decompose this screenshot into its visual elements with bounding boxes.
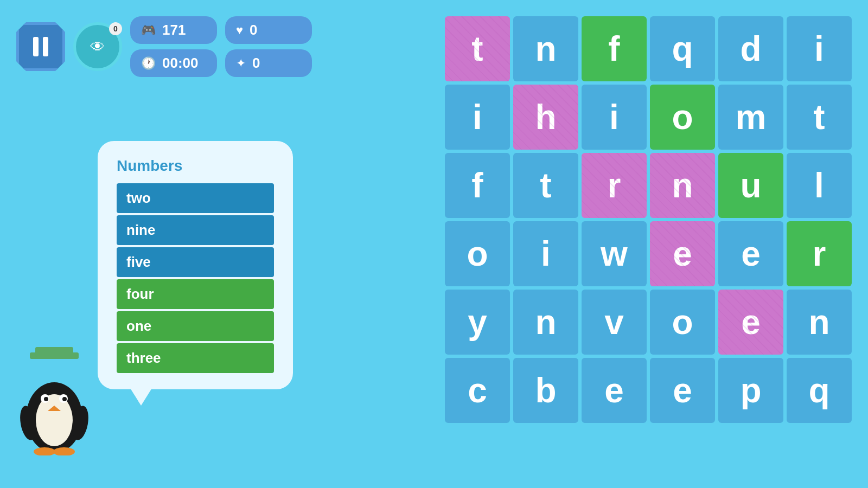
hearts-pill: ♥ 0 xyxy=(225,16,312,44)
grid-cell-25[interactable]: n xyxy=(513,290,578,355)
grid-cell-15[interactable]: n xyxy=(650,153,715,218)
penguin-character xyxy=(16,347,92,455)
grid-cell-30[interactable]: c xyxy=(445,358,510,423)
grid-cell-23[interactable]: r xyxy=(787,221,852,286)
grid-cell-3[interactable]: q xyxy=(650,16,715,81)
grid-cell-32[interactable]: e xyxy=(582,358,647,423)
grid-cell-34[interactable]: p xyxy=(718,358,783,423)
word-panel: Numbers twoninefivefouronethree xyxy=(98,141,293,389)
grid-cell-7[interactable]: h xyxy=(513,85,578,150)
grid-cell-18[interactable]: o xyxy=(445,221,510,286)
timer-icon: 🕐 xyxy=(141,56,156,70)
grid-cell-13[interactable]: t xyxy=(513,153,578,218)
grid-cell-17[interactable]: l xyxy=(787,153,852,218)
word-item-four[interactable]: four xyxy=(117,279,274,309)
grid-cell-33[interactable]: e xyxy=(650,358,715,423)
word-item-nine[interactable]: nine xyxy=(117,215,274,245)
hearts-value: 0 xyxy=(250,22,257,38)
stats-group: 🎮 171 🕐 00:00 xyxy=(130,16,217,77)
grid-cell-16[interactable]: u xyxy=(718,153,783,218)
eye-icon: 👁 xyxy=(90,38,105,56)
svg-point-3 xyxy=(36,394,73,446)
timer-pill: 🕐 00:00 xyxy=(130,49,217,77)
top-bar: 👁 0 🎮 171 🕐 00:00 ♥ 0 ✦ 0 xyxy=(16,16,312,77)
grid-cell-22[interactable]: e xyxy=(718,221,783,286)
eye-badge: 0 xyxy=(109,22,122,35)
score-value: 171 xyxy=(162,22,186,38)
grid-cell-12[interactable]: f xyxy=(445,153,510,218)
heart-icon: ♥ xyxy=(236,23,243,37)
grid-cell-26[interactable]: v xyxy=(582,290,647,355)
grid-cell-10[interactable]: m xyxy=(718,85,783,150)
svg-point-6 xyxy=(44,397,48,401)
grid-cell-20[interactable]: w xyxy=(582,221,647,286)
word-item-five[interactable]: five xyxy=(117,247,274,277)
panel-title: Numbers xyxy=(117,157,274,175)
pause-button[interactable] xyxy=(16,22,65,71)
grid-cell-19[interactable]: i xyxy=(513,221,578,286)
stats-group-2: ♥ 0 ✦ 0 xyxy=(225,16,312,77)
score-icon: 🎮 xyxy=(141,23,156,37)
word-list: twoninefivefouronethree xyxy=(117,183,274,373)
grid-cell-9[interactable]: o xyxy=(650,85,715,150)
grid-cell-24[interactable]: y xyxy=(445,290,510,355)
letter-grid: tnfqdiihiomtftrnuloiweerynvoencbeepq xyxy=(445,16,852,423)
grid-cell-29[interactable]: n xyxy=(787,290,852,355)
grid-cell-5[interactable]: i xyxy=(787,16,852,81)
grid-cell-4[interactable]: d xyxy=(718,16,783,81)
grid-cell-28[interactable]: e xyxy=(718,290,783,355)
grid-cell-27[interactable]: o xyxy=(650,290,715,355)
pause-icon xyxy=(33,37,48,56)
word-item-three[interactable]: three xyxy=(117,343,274,373)
grid-cell-35[interactable]: q xyxy=(787,358,852,423)
grid-cell-21[interactable]: e xyxy=(650,221,715,286)
plant-icon: ✦ xyxy=(236,56,246,70)
stars-value: 0 xyxy=(252,55,260,72)
grid-cell-1[interactable]: n xyxy=(513,16,578,81)
grid-cell-14[interactable]: r xyxy=(582,153,647,218)
stars-pill: ✦ 0 xyxy=(225,49,312,77)
score-pill: 🎮 171 xyxy=(130,16,217,44)
timer-value: 00:00 xyxy=(162,55,199,72)
grid-cell-6[interactable]: i xyxy=(445,85,510,150)
grid-cell-11[interactable]: t xyxy=(787,85,852,150)
svg-point-7 xyxy=(62,397,67,401)
grid-cell-31[interactable]: b xyxy=(513,358,578,423)
word-item-two[interactable]: two xyxy=(117,183,274,213)
grid-cell-2[interactable]: f xyxy=(582,16,647,81)
svg-rect-1 xyxy=(35,347,73,357)
speech-bubble: Numbers twoninefivefouronethree xyxy=(98,141,293,389)
word-item-one[interactable]: one xyxy=(117,311,274,341)
grid-cell-8[interactable]: i xyxy=(582,85,647,150)
eye-button[interactable]: 👁 0 xyxy=(73,22,122,71)
grid-cell-0[interactable]: t xyxy=(445,16,510,81)
